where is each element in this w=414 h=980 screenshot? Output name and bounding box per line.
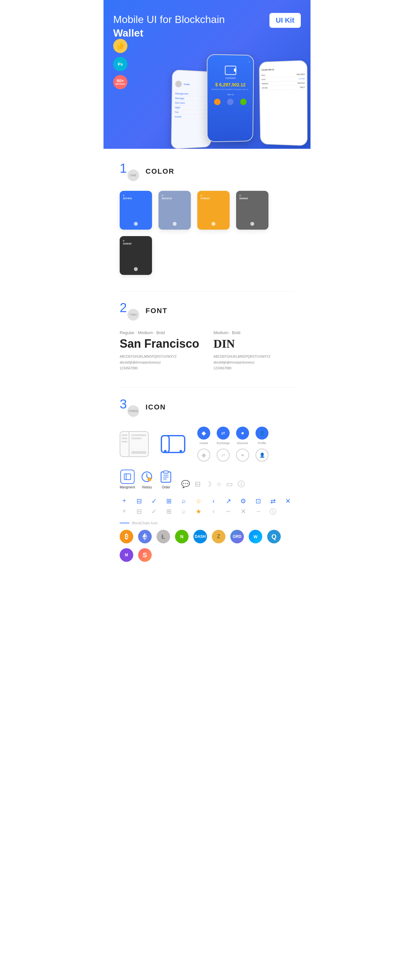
sf-font-name: San Francisco: [119, 337, 201, 351]
plus-icon: +: [119, 497, 129, 505]
history-icon: !: [140, 469, 154, 484]
plus-icon-gray: +: [119, 508, 129, 516]
svg-marker-19: [142, 533, 145, 538]
color-swatch-blue: #3574FA: [119, 191, 152, 230]
other-crypto-icon: S: [138, 548, 152, 562]
box-icon: ⊡: [253, 497, 263, 505]
circle-icon: ○: [217, 480, 221, 488]
sf-numbers: 1234567890: [119, 366, 201, 371]
hero-title: Mobile UI for Blockchain Wallet: [113, 13, 236, 40]
x-icon-gray: ✕: [239, 508, 248, 516]
matic-icon: M: [119, 548, 133, 562]
qr-icon: ⊞: [164, 497, 174, 505]
phone-mockup-center: ✕ myWallet $ 6,297,502.12 Character may …: [207, 54, 254, 142]
litecoin-icon: Ł: [156, 530, 170, 543]
management-nav-item: Mangment: [119, 469, 135, 489]
utility-icons-row-1: + ⊟ ✓ ⊞ ⌕ ☆ ‹ ↗ ⚙ ⊡ ⇄ ✕: [119, 497, 295, 505]
check-icon-gray: ✓: [150, 508, 158, 516]
chat-icon: 💬: [181, 480, 190, 488]
list-icon: ⊟: [135, 497, 143, 505]
din-font-name: DIN: [213, 337, 295, 351]
profile-icon-item: 👤 Profile: [256, 426, 269, 445]
order-nav-item: Order: [159, 469, 173, 489]
search-icon: ⌕: [179, 497, 188, 505]
swap-icon: ⇄: [269, 497, 277, 505]
message-icon: ▭: [226, 480, 233, 488]
section-number-2: 2 TWO: [119, 301, 139, 321]
font-section: 2 TWO FONT Regular · Medium · Bold San F…: [119, 301, 295, 371]
screens-badge: 60+ Screens: [113, 75, 127, 89]
font-din: Medium · Bold DIN ABCDEFGHIJKLMNOPQRSTUV…: [213, 330, 295, 371]
dash-icon: DASH: [193, 530, 207, 543]
profile-icon: 👤: [256, 426, 269, 439]
exchange-label: Exchange: [217, 441, 230, 445]
exchange-icon: ⇄: [217, 426, 230, 439]
ethereum-icon: [138, 530, 152, 543]
chevron-left-icon: ‹: [209, 497, 218, 505]
info-icon-gray: ⓘ: [269, 508, 277, 516]
svg-marker-3: [117, 45, 124, 49]
icon-section-header: 3 THREE ICON: [119, 398, 295, 417]
sf-uppercase: ABCDEFGHIJKLMNOPQRSTUVWXYZ: [119, 354, 201, 360]
star-icon-filled: ★: [194, 508, 203, 516]
order-icon: [159, 469, 173, 484]
management-label: Mangment: [119, 485, 135, 489]
section-number-1: 1 ONE: [119, 162, 139, 181]
check-icon: ✓: [150, 497, 158, 505]
ui-kit-badge: UI Kit: [269, 13, 301, 28]
icon-title: ICON: [145, 403, 166, 411]
assets-icon-outline: ◆: [197, 449, 210, 461]
zcash-icon: Z: [212, 530, 225, 543]
din-lowercase: abcdefghijklmnopqrstuvwxyz: [213, 360, 295, 366]
chevron-left-icon-gray: ‹: [209, 508, 218, 516]
assets-icon: ◆: [197, 426, 210, 439]
discover-icon-item: ● Discover: [236, 426, 249, 445]
din-weight-label: Medium · Bold: [213, 330, 295, 335]
photoshop-badge: Ps: [113, 57, 127, 71]
utility-icons-row-2: + ⊟ ✓ ⊞ ⌕ ★ ‹ ↔ ✕ → ⓘ: [119, 508, 295, 516]
grid-icon: GRD: [230, 530, 244, 543]
assets-label: Assets: [199, 441, 208, 445]
wallet-wireframe-icon: [119, 431, 149, 457]
discover-icon: ●: [236, 426, 249, 439]
management-icon: [120, 469, 135, 484]
svg-rect-8: [124, 474, 131, 480]
neo-icon: N: [175, 530, 189, 543]
profile-label: Profile: [258, 441, 266, 445]
color-title: COLOR: [145, 167, 174, 176]
color-swatch-gray-blue: #8DA0C8: [158, 191, 191, 230]
svg-rect-17: [164, 471, 168, 473]
sf-lowercase: abcdefghijklmnopqrstuvwxyz: [119, 360, 201, 366]
moon-icon: ☽: [205, 480, 212, 488]
sketch-badge: [113, 39, 127, 53]
arrows-icon-gray: ↔: [224, 508, 233, 516]
forward-icon-gray: →: [253, 508, 263, 516]
color-swatches: #3574FA #8DA0C8 #F5A623 #666666 #303030: [119, 191, 295, 275]
svg-point-6: [164, 450, 167, 452]
svg-point-7: [180, 450, 182, 452]
qtum-icon: Q: [267, 530, 281, 543]
blockchain-line: [119, 523, 129, 523]
hero-section: Mobile UI for Blockchain Wallet UI Kit P…: [104, 0, 310, 149]
font-san-francisco: Regular · Medium · Bold San Francisco AB…: [119, 330, 201, 371]
history-label: History: [142, 485, 152, 489]
font-title: FONT: [145, 307, 167, 315]
info-icon: ⓘ: [238, 479, 245, 489]
exchange-icon-outline: ⇄: [217, 449, 230, 461]
bitcoin-icon: ₿: [119, 530, 133, 543]
blockchain-label-text: BlockChain Icon: [132, 521, 158, 525]
color-swatch-gray: #666666: [236, 191, 269, 230]
font-section-header: 2 TWO FONT: [119, 301, 295, 321]
color-section-header: 1 ONE COLOR: [119, 162, 295, 181]
svg-text:!: !: [149, 478, 150, 481]
color-swatch-orange: #F5A623: [197, 191, 230, 230]
section-number-3: 3 THREE: [119, 398, 139, 417]
color-section: 1 ONE COLOR #3574FA #8DA0C8 #F5A623 #666…: [119, 162, 295, 275]
qr-icon-gray: ⊞: [164, 508, 174, 516]
hero-tool-badges: Ps 60+ Screens: [113, 39, 127, 89]
profile-icon-outline: 👤: [256, 449, 269, 461]
phone-mockups: Profile Management Message Red Card Nigh…: [171, 39, 307, 149]
din-numbers: 1234567890: [213, 366, 295, 371]
share-icon: ↗: [224, 497, 233, 505]
layers-icon: ⊟: [195, 480, 201, 488]
